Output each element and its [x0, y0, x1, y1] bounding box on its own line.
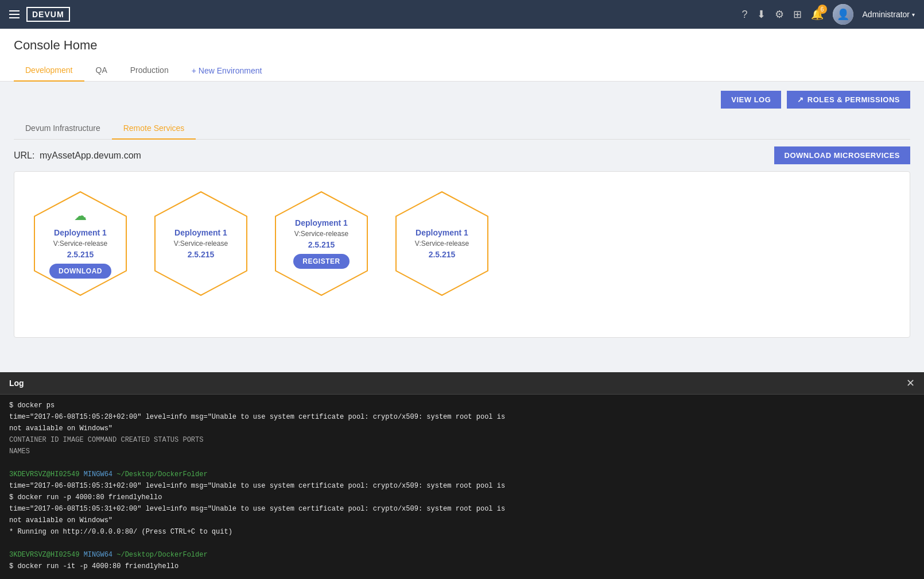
tab-remote-services[interactable]: Remote Services: [112, 118, 196, 140]
menu-hamburger-icon[interactable]: [9, 10, 20, 18]
action-buttons-row: VIEW LOG ↗ ROLES & PERMISSIONS: [14, 91, 910, 109]
log-body[interactable]: $ docker ps time="2017-06-08T15:05:28+02…: [0, 395, 924, 578]
deployment-item-2: Deployment 1 V:Service-release 2.5.215: [152, 189, 250, 298]
log-line: 3KDEVRSVZ@HI02549 MINGW64 ~/Desktop/Dock…: [9, 469, 915, 480]
logo: DEVUM: [26, 7, 70, 22]
page-title: Console Home: [14, 38, 910, 53]
deploy-version-label-2: V:Service-release: [174, 240, 228, 248]
deploy-version-label-3: V:Service-release: [294, 230, 348, 238]
log-line: $ docker ps: [9, 400, 915, 411]
notification-badge: 6: [818, 5, 827, 14]
notification-button[interactable]: 🔔 6: [811, 8, 824, 21]
deploy-version-label-4: V:Service-release: [415, 240, 469, 248]
log-prompt2-env: MINGW64: [84, 551, 112, 559]
deploy-version-1: 2.5.215: [67, 250, 94, 259]
tab-qa[interactable]: QA: [84, 60, 119, 82]
deploy-name-3: Deployment 1: [295, 218, 348, 227]
page-title-bar: Console Home Development QA Production +…: [0, 29, 924, 82]
deploy-version-4: 2.5.215: [429, 250, 456, 259]
deployment-item-3: Deployment 1 V:Service-release 2.5.215 R…: [273, 189, 370, 298]
hexagon-content-1: ☁ Deployment 1 V:Service-release 2.5.215…: [49, 209, 111, 279]
url-bar: URL: myAssetApp.devum.com DOWNLOAD MICRO…: [14, 140, 910, 171]
hexagon-content-4: Deployment 1 V:Service-release 2.5.215: [415, 228, 469, 259]
log-line: $ docker run -p 4000:80 friendlyhello: [9, 492, 915, 503]
hexagon-2: Deployment 1 V:Service-release 2.5.215: [152, 189, 250, 298]
external-link-icon: ↗: [797, 95, 804, 104]
download-button-1[interactable]: DOWNLOAD: [49, 264, 111, 279]
hexagon-content-2: Deployment 1 V:Service-release 2.5.215: [174, 228, 228, 259]
log-line: * Running on http://0.0.0.0:80/ (Press C…: [9, 527, 915, 537]
tab-development[interactable]: Development: [14, 60, 84, 82]
log-prompt2-path: ~/Desktop/DockerFolder: [117, 551, 207, 559]
deploy-name-1: Deployment 1: [54, 228, 107, 237]
deploy-version-2: 2.5.215: [188, 250, 215, 259]
plus-icon: +: [192, 66, 196, 75]
log-line: not available on Windows": [9, 515, 915, 526]
deployment-item-1: ☁ Deployment 1 V:Service-release 2.5.215…: [32, 189, 129, 298]
log-line: [9, 538, 915, 549]
log-panel: Log ✕ $ docker ps time="2017-06-08T15:05…: [0, 372, 924, 579]
log-line: NAMES: [9, 446, 915, 457]
log-close-button[interactable]: ✕: [906, 377, 915, 389]
user-name-dropdown[interactable]: Administrator ▾: [863, 10, 915, 19]
grid-icon[interactable]: ⊞: [793, 8, 802, 21]
log-line: not available on Windows": [9, 423, 915, 434]
log-title: Log: [9, 379, 24, 388]
new-env-label: New Environment: [199, 66, 262, 75]
log-header: Log ✕: [0, 372, 924, 395]
hexagon-1: ☁ Deployment 1 V:Service-release 2.5.215…: [32, 189, 129, 298]
user-avatar[interactable]: 👤: [833, 4, 853, 25]
log-prompt2-user: 3KDEVRSVZ@HI02549: [9, 551, 79, 559]
url-label: URL:: [14, 150, 34, 160]
tab-devum-infrastructure[interactable]: Devum Infrastructure: [14, 118, 112, 140]
deploy-name-2: Deployment 1: [174, 228, 227, 237]
content-area: VIEW LOG ↗ ROLES & PERMISSIONS Devum Inf…: [0, 82, 924, 347]
log-line-prompt-2: 3KDEVRSVZ@HI02549 MINGW64 ~/Desktop/Dock…: [9, 550, 915, 560]
chevron-down-icon: ▾: [912, 11, 915, 18]
log-line: time="2017-06-08T15:05:31+02:00" level=i…: [9, 481, 915, 491]
app-header: DEVUM ? ⬇ ⚙ ⊞ 🔔 6 👤 Administrator ▾: [0, 0, 924, 29]
download-microservices-button[interactable]: DOWNLOAD MICROSERVICES: [774, 146, 910, 164]
environment-tabs: Development QA Production + New Environm…: [14, 60, 910, 81]
log-prompt-env: MINGW64: [84, 470, 112, 478]
hexagon-4: Deployment 1 V:Service-release 2.5.215: [393, 189, 491, 298]
url-display: URL: myAssetApp.devum.com: [14, 150, 141, 161]
services-panel: ☁ Deployment 1 V:Service-release 2.5.215…: [14, 171, 910, 338]
header-right: ? ⬇ ⚙ ⊞ 🔔 6 👤 Administrator ▾: [742, 4, 915, 25]
tab-production[interactable]: Production: [119, 60, 180, 82]
help-icon[interactable]: ?: [742, 9, 748, 21]
avatar-image: 👤: [833, 4, 853, 25]
settings-icon[interactable]: ⚙: [775, 8, 784, 21]
deploy-version-label-1: V:Service-release: [53, 240, 107, 248]
log-prompt-user: 3KDEVRSVZ@HI02549: [9, 470, 79, 478]
cloud-download-icon: ☁: [74, 209, 87, 223]
log-line: time="2017-06-08T15:05:28+02:00" level=i…: [9, 412, 915, 422]
deploy-version-3: 2.5.215: [308, 240, 335, 249]
deployments-row: ☁ Deployment 1 V:Service-release 2.5.215…: [32, 189, 892, 298]
url-value: myAssetApp.devum.com: [40, 150, 141, 160]
deploy-name-4: Deployment 1: [416, 228, 468, 237]
header-left: DEVUM: [9, 7, 70, 22]
hexagon-content-3: Deployment 1 V:Service-release 2.5.215 R…: [293, 218, 349, 269]
log-line: [9, 458, 915, 468]
deployment-item-4: Deployment 1 V:Service-release 2.5.215: [393, 189, 491, 298]
log-prompt-path: ~/Desktop/DockerFolder: [117, 470, 207, 478]
roles-permissions-button[interactable]: ↗ ROLES & PERMISSIONS: [787, 91, 910, 109]
log-line: time="2017-06-08T15:05:31+02:00" level=i…: [9, 504, 915, 514]
hexagon-3: Deployment 1 V:Service-release 2.5.215 R…: [273, 189, 370, 298]
user-name-label: Administrator: [863, 10, 910, 19]
new-environment-tab[interactable]: + New Environment: [180, 60, 274, 81]
register-button-3[interactable]: REGISTER: [293, 254, 349, 269]
log-line: $ docker run -it -p 4000:80 friendlyhell…: [9, 561, 915, 572]
view-log-button[interactable]: VIEW LOG: [721, 91, 781, 109]
log-line: CONTAINER ID IMAGE COMMAND CREATED STATU…: [9, 435, 915, 445]
download-icon[interactable]: ⬇: [757, 8, 766, 21]
sub-tabs: Devum Infrastructure Remote Services: [14, 118, 910, 140]
roles-label: ROLES & PERMISSIONS: [807, 95, 900, 104]
